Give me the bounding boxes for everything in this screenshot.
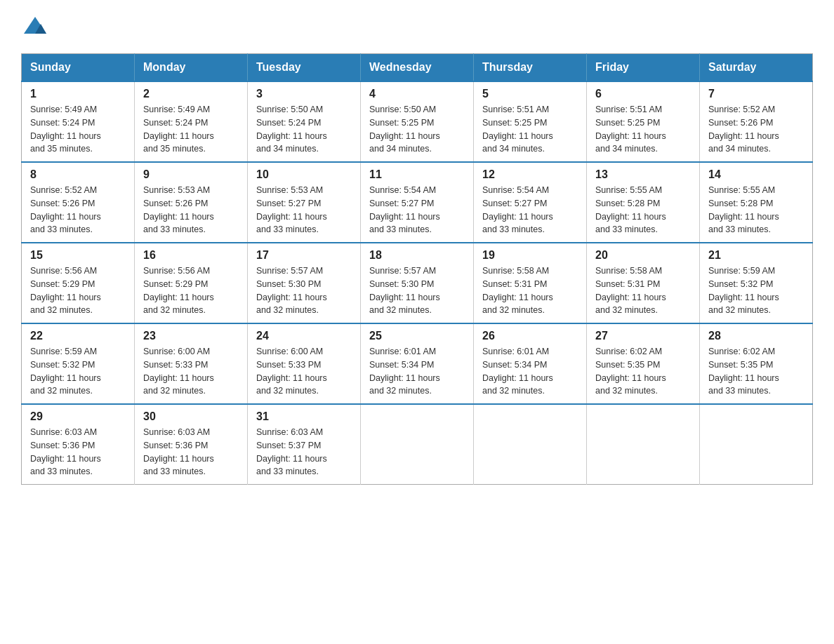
logo — [21, 14, 49, 39]
day-cell: 2 Sunrise: 5:49 AM Sunset: 5:24 PM Dayli… — [135, 81, 248, 162]
day-cell: 9 Sunrise: 5:53 AM Sunset: 5:26 PM Dayli… — [135, 162, 248, 243]
day-number: 24 — [256, 330, 352, 342]
week-row-2: 8 Sunrise: 5:52 AM Sunset: 5:26 PM Dayli… — [22, 162, 813, 243]
day-number: 17 — [256, 249, 352, 262]
day-cell: 6 Sunrise: 5:51 AM Sunset: 5:25 PM Dayli… — [587, 81, 700, 162]
day-info: Sunrise: 5:50 AM Sunset: 5:24 PM Dayligh… — [256, 103, 352, 156]
day-cell: 16 Sunrise: 5:56 AM Sunset: 5:29 PM Dayl… — [135, 243, 248, 323]
day-info: Sunrise: 5:54 AM Sunset: 5:27 PM Dayligh… — [482, 184, 578, 236]
day-info: Sunrise: 6:01 AM Sunset: 5:34 PM Dayligh… — [369, 345, 465, 398]
day-info: Sunrise: 5:59 AM Sunset: 5:32 PM Dayligh… — [30, 345, 126, 398]
day-cell — [361, 404, 474, 485]
day-info: Sunrise: 6:02 AM Sunset: 5:35 PM Dayligh… — [595, 345, 691, 398]
day-cell: 8 Sunrise: 5:52 AM Sunset: 5:26 PM Dayli… — [22, 162, 135, 243]
header-day-saturday: Saturday — [700, 54, 813, 82]
day-number: 31 — [256, 410, 352, 423]
day-number: 23 — [143, 330, 239, 342]
day-number: 1 — [30, 88, 126, 100]
logo-icon — [22, 14, 48, 39]
day-info: Sunrise: 6:03 AM Sunset: 5:36 PM Dayligh… — [143, 426, 239, 478]
day-info: Sunrise: 5:54 AM Sunset: 5:27 PM Dayligh… — [369, 184, 465, 236]
day-number: 3 — [256, 88, 352, 100]
day-info: Sunrise: 5:50 AM Sunset: 5:25 PM Dayligh… — [369, 103, 465, 156]
day-cell: 26 Sunrise: 6:01 AM Sunset: 5:34 PM Dayl… — [474, 323, 587, 404]
week-row-1: 1 Sunrise: 5:49 AM Sunset: 5:24 PM Dayli… — [22, 81, 813, 162]
day-info: Sunrise: 5:53 AM Sunset: 5:27 PM Dayligh… — [256, 184, 352, 236]
day-cell: 10 Sunrise: 5:53 AM Sunset: 5:27 PM Dayl… — [248, 162, 361, 243]
day-cell: 3 Sunrise: 5:50 AM Sunset: 5:24 PM Dayli… — [248, 81, 361, 162]
day-number: 10 — [256, 168, 352, 181]
day-info: Sunrise: 5:56 AM Sunset: 5:29 PM Dayligh… — [143, 264, 239, 317]
day-number: 9 — [143, 168, 239, 181]
day-cell: 20 Sunrise: 5:58 AM Sunset: 5:31 PM Dayl… — [587, 243, 700, 323]
day-number: 6 — [595, 88, 691, 100]
day-number: 14 — [708, 168, 804, 181]
day-cell: 30 Sunrise: 6:03 AM Sunset: 5:36 PM Dayl… — [135, 404, 248, 485]
day-number: 28 — [708, 330, 804, 342]
day-info: Sunrise: 5:49 AM Sunset: 5:24 PM Dayligh… — [143, 103, 239, 156]
day-number: 8 — [30, 168, 126, 181]
day-number: 11 — [369, 168, 465, 181]
day-number: 20 — [595, 249, 691, 262]
day-number: 26 — [482, 330, 578, 342]
day-number: 30 — [143, 410, 239, 423]
day-info: Sunrise: 6:00 AM Sunset: 5:33 PM Dayligh… — [256, 345, 352, 398]
header-day-sunday: Sunday — [22, 54, 135, 82]
header-day-monday: Monday — [135, 54, 248, 82]
day-cell: 18 Sunrise: 5:57 AM Sunset: 5:30 PM Dayl… — [361, 243, 474, 323]
day-cell: 17 Sunrise: 5:57 AM Sunset: 5:30 PM Dayl… — [248, 243, 361, 323]
day-info: Sunrise: 5:53 AM Sunset: 5:26 PM Dayligh… — [143, 184, 239, 236]
header-day-tuesday: Tuesday — [248, 54, 361, 82]
header-day-wednesday: Wednesday — [361, 54, 474, 82]
day-number: 16 — [143, 249, 239, 262]
day-number: 27 — [595, 330, 691, 342]
day-number: 4 — [369, 88, 465, 100]
day-info: Sunrise: 5:58 AM Sunset: 5:31 PM Dayligh… — [595, 264, 691, 317]
day-number: 5 — [482, 88, 578, 100]
day-cell: 5 Sunrise: 5:51 AM Sunset: 5:25 PM Dayli… — [474, 81, 587, 162]
day-info: Sunrise: 6:02 AM Sunset: 5:35 PM Dayligh… — [708, 345, 804, 398]
day-info: Sunrise: 5:51 AM Sunset: 5:25 PM Dayligh… — [482, 103, 578, 156]
day-cell: 1 Sunrise: 5:49 AM Sunset: 5:24 PM Dayli… — [22, 81, 135, 162]
day-cell: 12 Sunrise: 5:54 AM Sunset: 5:27 PM Dayl… — [474, 162, 587, 243]
calendar-header: SundayMondayTuesdayWednesdayThursdayFrid… — [22, 54, 813, 82]
day-number: 15 — [30, 249, 126, 262]
page-header — [21, 14, 813, 39]
day-number: 29 — [30, 410, 126, 423]
day-cell: 7 Sunrise: 5:52 AM Sunset: 5:26 PM Dayli… — [700, 81, 813, 162]
day-info: Sunrise: 5:57 AM Sunset: 5:30 PM Dayligh… — [369, 264, 465, 317]
day-number: 7 — [708, 88, 804, 100]
day-cell: 13 Sunrise: 5:55 AM Sunset: 5:28 PM Dayl… — [587, 162, 700, 243]
day-info: Sunrise: 6:03 AM Sunset: 5:36 PM Dayligh… — [30, 426, 126, 478]
day-info: Sunrise: 6:01 AM Sunset: 5:34 PM Dayligh… — [482, 345, 578, 398]
day-number: 13 — [595, 168, 691, 181]
header-row: SundayMondayTuesdayWednesdayThursdayFrid… — [22, 54, 813, 82]
day-cell: 19 Sunrise: 5:58 AM Sunset: 5:31 PM Dayl… — [474, 243, 587, 323]
day-cell: 11 Sunrise: 5:54 AM Sunset: 5:27 PM Dayl… — [361, 162, 474, 243]
day-info: Sunrise: 5:49 AM Sunset: 5:24 PM Dayligh… — [30, 103, 126, 156]
day-cell: 22 Sunrise: 5:59 AM Sunset: 5:32 PM Dayl… — [22, 323, 135, 404]
day-number: 22 — [30, 330, 126, 342]
day-cell: 15 Sunrise: 5:56 AM Sunset: 5:29 PM Dayl… — [22, 243, 135, 323]
day-info: Sunrise: 5:51 AM Sunset: 5:25 PM Dayligh… — [595, 103, 691, 156]
day-info: Sunrise: 5:57 AM Sunset: 5:30 PM Dayligh… — [256, 264, 352, 317]
day-info: Sunrise: 6:03 AM Sunset: 5:37 PM Dayligh… — [256, 426, 352, 478]
day-cell: 27 Sunrise: 6:02 AM Sunset: 5:35 PM Dayl… — [587, 323, 700, 404]
day-number: 25 — [369, 330, 465, 342]
day-info: Sunrise: 5:52 AM Sunset: 5:26 PM Dayligh… — [708, 103, 804, 156]
day-cell: 25 Sunrise: 6:01 AM Sunset: 5:34 PM Dayl… — [361, 323, 474, 404]
day-cell: 29 Sunrise: 6:03 AM Sunset: 5:36 PM Dayl… — [22, 404, 135, 485]
day-cell: 4 Sunrise: 5:50 AM Sunset: 5:25 PM Dayli… — [361, 81, 474, 162]
week-row-5: 29 Sunrise: 6:03 AM Sunset: 5:36 PM Dayl… — [22, 404, 813, 485]
calendar-body: 1 Sunrise: 5:49 AM Sunset: 5:24 PM Dayli… — [22, 81, 813, 485]
day-cell — [587, 404, 700, 485]
week-row-4: 22 Sunrise: 5:59 AM Sunset: 5:32 PM Dayl… — [22, 323, 813, 404]
day-cell: 28 Sunrise: 6:02 AM Sunset: 5:35 PM Dayl… — [700, 323, 813, 404]
day-info: Sunrise: 5:55 AM Sunset: 5:28 PM Dayligh… — [708, 184, 804, 236]
header-day-thursday: Thursday — [474, 54, 587, 82]
header-day-friday: Friday — [587, 54, 700, 82]
day-info: Sunrise: 6:00 AM Sunset: 5:33 PM Dayligh… — [143, 345, 239, 398]
day-number: 2 — [143, 88, 239, 100]
calendar-table: SundayMondayTuesdayWednesdayThursdayFrid… — [21, 53, 813, 485]
day-info: Sunrise: 5:59 AM Sunset: 5:32 PM Dayligh… — [708, 264, 804, 317]
